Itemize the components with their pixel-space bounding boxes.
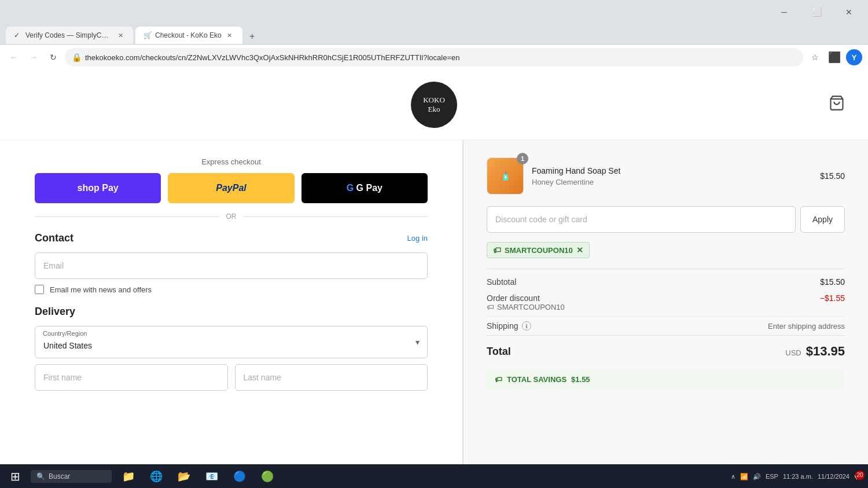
savings-value: $1.55 — [571, 375, 590, 384]
savings-label: TOTAL SAVINGS — [507, 375, 567, 384]
maximize-button[interactable]: ⬜ — [803, 3, 830, 21]
product-image-wrapper: 🧴 1 — [487, 157, 524, 195]
last-name-input[interactable] — [235, 364, 428, 391]
site-logo[interactable]: KOKO Eko — [411, 82, 457, 128]
country-select-wrapper: United States Country/Region ▾ — [35, 326, 428, 358]
newsletter-row: Email me with news and offers — [35, 285, 428, 294]
extensions-button[interactable]: ⬛ — [826, 49, 843, 65]
shipping-info-icon[interactable]: ℹ — [522, 321, 531, 331]
profile-button[interactable]: Y — [846, 49, 862, 65]
total-value: $13.95 — [806, 344, 845, 359]
total-label: Total — [487, 346, 511, 358]
title-bar: ─ ⬜ ✕ — [0, 0, 868, 24]
taskbar-app-4[interactable]: 📧 — [201, 468, 223, 485]
express-checkout-label: Express checkout — [35, 157, 428, 166]
refresh-button[interactable]: ↻ — [45, 49, 61, 65]
cart-icon[interactable] — [829, 95, 845, 115]
discount-code-input[interactable] — [487, 206, 796, 233]
left-section: Express checkout shop Pay PayPal G G Pay — [0, 140, 463, 464]
log-in-link[interactable]: Log in — [407, 234, 428, 243]
shop-pay-button[interactable]: shop Pay — [35, 173, 161, 203]
page-content: KOKO Eko Express checkout sh — [0, 70, 868, 464]
express-checkout-buttons: shop Pay PayPal G G Pay — [35, 173, 428, 203]
coupon-tag: 🏷 SMARTCOUPON10 ✕ — [487, 242, 590, 258]
email-input[interactable] — [35, 252, 428, 279]
product-price: $15.50 — [820, 171, 845, 181]
coupon-code-label: SMARTCOUPON10 — [505, 246, 573, 255]
taskbar-app-6[interactable]: 🟢 — [256, 468, 278, 485]
order-discount-block: Order discount −$1.55 🏷 SMARTCOUPON10 — [487, 291, 845, 316]
contact-title: Contact — [35, 232, 73, 244]
start-button[interactable]: ⊞ — [6, 467, 25, 486]
new-tab-button[interactable]: + — [245, 29, 260, 44]
total-row: Total USD $13.95 — [487, 335, 845, 367]
paypal-button[interactable]: PayPal — [168, 173, 294, 203]
savings-badge: 🏷 TOTAL SAVINGS $1.55 — [487, 369, 845, 390]
close-button[interactable]: ✕ — [836, 3, 862, 21]
tab-favicon-2: 🛒 — [144, 31, 152, 39]
language-label: ESP — [766, 473, 778, 480]
volume-icon[interactable]: 🔊 — [753, 473, 761, 480]
product-image: 🧴 — [487, 157, 524, 195]
minimize-button[interactable]: ─ — [771, 3, 797, 21]
clock-time: 11:23 a.m. — [783, 473, 813, 480]
discount-code-display-row: 🏷 SMARTCOUPON10 — [487, 303, 845, 311]
taskbar-app-1[interactable]: 📁 — [117, 468, 139, 485]
discount-label: Order discount — [487, 293, 540, 303]
taskbar-app-5[interactable]: 🔵 — [229, 468, 251, 485]
first-name-input[interactable] — [35, 364, 228, 391]
tab-favicon-1: ✓ — [14, 31, 22, 39]
taskbar-app-2[interactable]: 🌐 — [145, 468, 167, 485]
tab-checkout[interactable]: 🛒 Checkout - KoKo Eko ✕ — [135, 27, 242, 44]
product-info: Foaming Hand Soap Set Honey Clementine — [532, 166, 812, 186]
logo-text: KOKO Eko — [423, 96, 445, 113]
tab-bar: ✓ Verify Codes — SimplyCodes ✕ 🛒 Checkou… — [0, 24, 868, 44]
quantity-badge: 1 — [517, 153, 528, 164]
address-bar[interactable]: 🔒 thekokoeko.com/checkouts/cn/Z2NwLXVzLW… — [65, 48, 803, 67]
subtotal-label: Subtotal — [487, 277, 516, 287]
coupon-small-icon: 🏷 — [487, 303, 494, 311]
forward-button[interactable]: → — [25, 49, 42, 65]
tab-verify-codes[interactable]: ✓ Verify Codes — SimplyCodes ✕ — [6, 27, 133, 44]
main-layout: Express checkout shop Pay PayPal G G Pay — [0, 140, 868, 464]
site-header: KOKO Eko — [0, 70, 868, 140]
tray-up-icon[interactable]: ∧ — [731, 473, 735, 480]
product-item: 🧴 1 Foaming Hand Soap Set Honey Clementi… — [487, 157, 845, 195]
order-summary-panel: 🧴 1 Foaming Hand Soap Set Honey Clementi… — [463, 140, 868, 464]
country-select[interactable]: United States — [35, 326, 428, 358]
tab-close-1[interactable]: ✕ — [116, 31, 125, 40]
shipping-value: Enter shipping address — [768, 322, 845, 331]
lock-icon: 🔒 — [72, 53, 82, 62]
search-icon: 🔍 — [36, 472, 45, 480]
delivery-title: Delivery — [35, 306, 75, 318]
tab-title-1: Verify Codes — SimplyCodes — [25, 31, 112, 39]
subtotal-value: $15.50 — [820, 277, 845, 287]
taskbar-search[interactable]: 🔍 Buscar — [31, 470, 112, 483]
apply-discount-button[interactable]: Apply — [800, 206, 845, 233]
subtotal-line: Subtotal $15.50 — [487, 269, 845, 291]
product-name: Foaming Hand Soap Set — [532, 166, 812, 176]
coupon-remove-button[interactable]: ✕ — [576, 246, 583, 254]
gpay-button[interactable]: G G Pay — [301, 173, 428, 203]
total-value-group: USD $13.95 — [785, 344, 845, 359]
back-button[interactable]: ← — [6, 49, 22, 65]
discount-code-display: SMARTCOUPON10 — [497, 303, 565, 311]
taskbar: ⊞ 🔍 Buscar 📁 🌐 📂 📧 🔵 🟢 ∧ 📶 🔊 ESP 11:23 a… — [0, 464, 868, 488]
url-text: thekokoeko.com/checkouts/cn/Z2NwLXVzLWVh… — [85, 53, 796, 62]
bookmark-button[interactable]: ☆ — [807, 49, 823, 65]
system-tray: ∧ 📶 🔊 ESP 11:23 a.m. 11/12/2024 💬 20 — [731, 473, 862, 480]
clock-date: 11/12/2024 — [818, 473, 849, 480]
taskbar-app-3[interactable]: 📂 — [173, 468, 195, 485]
newsletter-label: Email me with news and offers — [50, 285, 152, 294]
total-currency: USD — [785, 348, 801, 357]
address-bar-row: ← → ↻ 🔒 thekokoeko.com/checkouts/cn/Z2Nw… — [0, 44, 868, 70]
savings-icon: 🏷 — [495, 375, 502, 384]
newsletter-checkbox[interactable] — [35, 285, 44, 294]
notification-icon[interactable]: 💬 20 — [854, 473, 862, 480]
tab-close-2[interactable]: ✕ — [225, 31, 234, 40]
shipping-label: Shipping ℹ — [487, 321, 531, 331]
network-icon[interactable]: 📶 — [740, 473, 748, 480]
product-variant: Honey Clementine — [532, 178, 812, 186]
delivery-section-header: Delivery — [35, 306, 428, 318]
contact-section-header: Contact Log in — [35, 232, 428, 244]
